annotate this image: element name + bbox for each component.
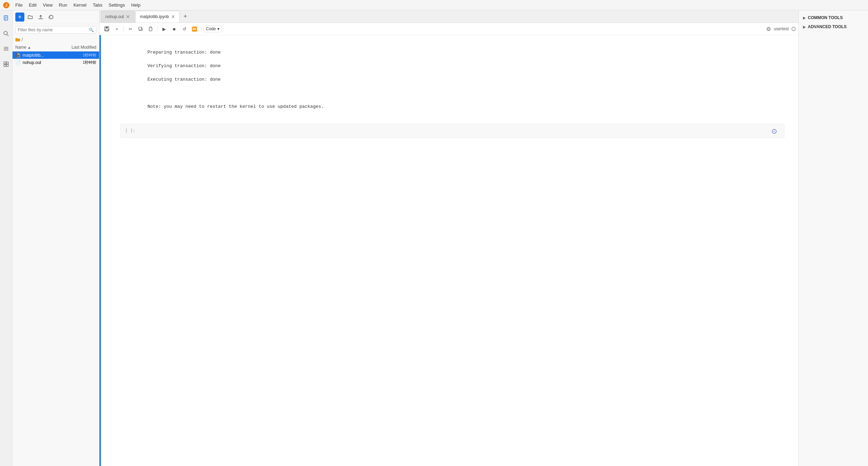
activity-files-icon[interactable] — [1, 13, 11, 23]
svg-rect-23 — [150, 27, 151, 28]
advanced-tools-label: ADVANCED TOOLS — [808, 24, 847, 29]
active-cell-indicator — [99, 35, 101, 466]
cell-output: Preparing transaction: done Verifying tr… — [120, 42, 785, 117]
tab-nohup[interactable]: nohup.out ✕ — [101, 11, 135, 23]
save-button[interactable] — [102, 24, 111, 33]
restart-button[interactable]: ↺ — [180, 24, 189, 33]
svg-line-7 — [7, 34, 8, 36]
file-list: 📓 matplotlib... 1秒钟前 📄 nohup.out 1秒钟前 — [13, 51, 99, 466]
svg-rect-11 — [4, 62, 6, 64]
sidebar: + 🔍 — [13, 10, 99, 466]
svg-rect-12 — [6, 62, 8, 64]
common-tools-label: COMMON TOOLS — [808, 15, 843, 20]
activity-list-icon[interactable] — [1, 44, 11, 54]
tab-matplotlib[interactable]: matplotlib.ipynb ✕ — [135, 11, 179, 23]
common-tools-chevron: ▶ — [803, 16, 806, 20]
cell-input-area: [ ]: ⊙ — [120, 124, 785, 138]
main-container: + 🔍 — [0, 10, 868, 466]
tab-matplotlib-close[interactable]: ✕ — [171, 14, 175, 19]
paste-button[interactable] — [146, 24, 155, 33]
toolbar-right: ⚙ usertest — [766, 26, 796, 32]
tab-nohup-label: nohup.out — [105, 14, 124, 19]
cell-prompt: [ ]: — [121, 127, 138, 135]
menu-help[interactable]: Help — [128, 2, 143, 8]
tab-nohup-close[interactable]: ✕ — [126, 14, 130, 19]
svg-rect-19 — [105, 29, 108, 31]
file-name: matplotlib... — [23, 53, 75, 58]
search-icon: 🔍 — [89, 27, 94, 32]
app-logo: J — [3, 2, 10, 9]
cell-input-field[interactable] — [138, 127, 784, 135]
svg-text:J: J — [5, 3, 7, 7]
common-tools-section[interactable]: ▶ COMMON TOOLS — [799, 13, 868, 22]
advanced-tools-chevron: ▶ — [803, 25, 806, 29]
svg-rect-14 — [6, 64, 8, 66]
toolbar-separator-2 — [157, 26, 158, 32]
new-tab-button[interactable]: + — [180, 12, 190, 22]
content-area: nohup.out ✕ matplotlib.ipynb ✕ + + — [99, 10, 798, 466]
svg-rect-18 — [106, 27, 108, 28]
new-folder-button[interactable] — [26, 13, 35, 22]
notebook-icon: 📓 — [15, 53, 21, 58]
menu-run[interactable]: Run — [56, 2, 70, 8]
search-box[interactable]: 🔍 — [15, 26, 96, 34]
advanced-tools-section[interactable]: ▶ ADVANCED TOOLS — [799, 22, 868, 31]
sidebar-toolbar: + — [13, 10, 99, 24]
menu-settings[interactable]: Settings — [106, 2, 128, 8]
svg-rect-13 — [4, 64, 6, 66]
cell-area: Preparing transaction: done Verifying tr… — [99, 35, 798, 145]
upload-button[interactable] — [36, 13, 45, 22]
add-cell-button[interactable]: + — [112, 24, 121, 33]
path-label: / — [22, 37, 23, 42]
file-item-nohup[interactable]: 📄 nohup.out 1秒钟前 — [13, 59, 99, 66]
tab-matplotlib-label: matplotlib.ipynb — [140, 14, 169, 19]
notebook-content: Preparing transaction: done Verifying tr… — [99, 35, 798, 466]
folder-icon — [15, 37, 20, 42]
file-list-header: Name ▲ Last Modified — [13, 43, 99, 51]
tab-bar: nohup.out ✕ matplotlib.ipynb ✕ + — [99, 10, 798, 23]
kernel-name-label: usertest — [774, 26, 789, 31]
notebook-toolbar: + ✂ ▶ ■ ↺ — [99, 23, 798, 35]
activity-extensions-icon[interactable] — [1, 59, 11, 69]
menu-edit[interactable]: Edit — [26, 2, 39, 8]
cell-type-label: Code — [206, 26, 216, 31]
toolbar-separator-1 — [123, 26, 124, 32]
activity-bar — [0, 10, 13, 466]
copy-button[interactable] — [136, 24, 145, 33]
run-button[interactable]: ▶ — [160, 24, 169, 33]
file-icon: 📄 — [15, 60, 21, 65]
search-input[interactable] — [18, 27, 89, 32]
menu-file[interactable]: File — [13, 2, 25, 8]
new-launcher-button[interactable]: + — [15, 13, 24, 22]
svg-rect-21 — [139, 27, 142, 30]
toolbar-separator-3 — [201, 26, 201, 32]
fast-forward-button[interactable]: ⏩ — [190, 24, 199, 33]
loading-spinner: ⊙ — [771, 127, 777, 135]
name-column-header[interactable]: Name ▲ — [15, 45, 69, 50]
refresh-button[interactable] — [47, 13, 56, 22]
activity-search-icon[interactable] — [1, 29, 11, 38]
kernel-settings-icon[interactable]: ⚙ — [766, 26, 771, 32]
stop-button[interactable]: ■ — [170, 24, 179, 33]
cut-button[interactable]: ✂ — [126, 24, 135, 33]
file-name: nohup.out — [23, 60, 75, 65]
modified-column-header[interactable]: Last Modified — [69, 45, 96, 50]
cell-type-selector[interactable]: Code ▾ — [203, 25, 222, 32]
menu-view[interactable]: View — [40, 2, 55, 8]
sidebar-path: / — [13, 36, 99, 43]
right-panel: ▶ COMMON TOOLS ▶ ADVANCED TOOLS — [798, 10, 868, 466]
menu-kernel[interactable]: Kernel — [71, 2, 89, 8]
menu-bar: J File Edit View Run Kernel Tabs Setting… — [0, 0, 868, 10]
file-time: 1秒钟前 — [75, 60, 96, 65]
kernel-status-indicator — [791, 27, 796, 31]
cell-type-chevron: ▾ — [217, 26, 219, 31]
file-item-matplotlib[interactable]: 📓 matplotlib... 1秒钟前 — [13, 51, 99, 59]
menu-tabs[interactable]: Tabs — [90, 2, 105, 8]
file-time: 1秒钟前 — [75, 53, 96, 58]
